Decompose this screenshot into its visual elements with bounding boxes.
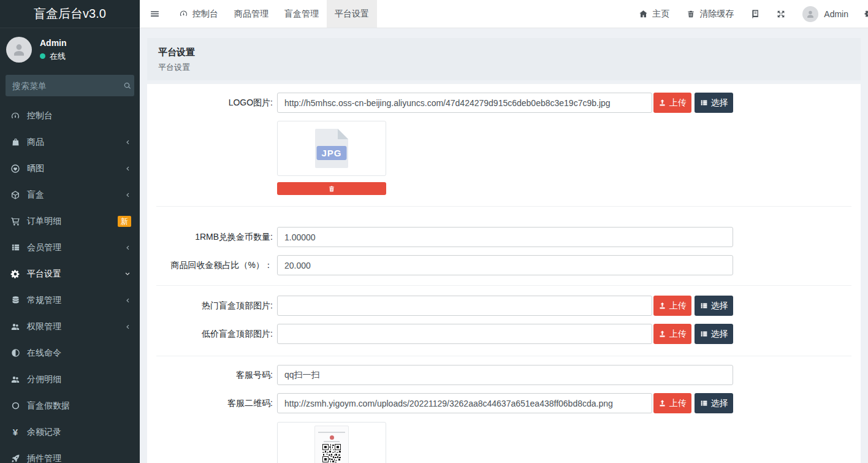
expand-icon [776,9,786,19]
section-divider [156,206,851,218]
hot-box-image-input[interactable] [277,296,652,316]
chevron-down-icon [124,270,131,278]
service-number-input[interactable] [277,365,733,385]
settings-button[interactable] [857,0,868,28]
sidebar-item-commission[interactable]: 分佣明细 [0,366,140,392]
sidebar-item-platform-settings[interactable]: 平台设置 [0,261,140,287]
choose-button[interactable]: 选择 [695,393,733,413]
qq-logo-icon [330,435,334,440]
list-icon [700,330,708,338]
choose-button[interactable]: 选择 [695,93,733,113]
field-label: 低价盲盒顶部图片: [156,329,273,340]
sidebar-item-label: 余额记录 [27,427,61,438]
service-qrcode-input[interactable] [277,393,652,413]
choose-button[interactable]: 选择 [695,296,733,316]
sidebar-item-label: 商品 [27,137,44,148]
home-label: 主页 [652,9,669,20]
menu-toggle-button[interactable] [140,0,171,28]
avatar [6,37,32,63]
page-header: 平台设置 平台设置 [147,38,861,80]
user-status: 在线 [40,51,67,62]
form-row-logo: LOGO图片: 上传 选择 [147,93,861,113]
field-label: 商品回收金额占比（%）： [156,260,273,271]
qrcode-preview [277,422,386,463]
logo-url-input[interactable] [277,93,652,113]
upload-icon [658,302,666,310]
chevron-left-icon [124,139,131,146]
tab-goods-management[interactable]: 商品管理 [226,0,276,28]
upload-button[interactable]: 上传 [653,296,691,316]
rmb-gold-rate-input[interactable] [277,227,733,247]
gauge-icon [179,9,188,18]
upload-icon [658,330,666,338]
chevron-left-icon [124,165,131,172]
fullscreen-button[interactable] [768,0,794,28]
navbar-right: 主页 清除缓存 Admin [630,0,868,28]
upload-button[interactable]: 上传 [653,324,691,344]
qr-code-icon [322,444,341,462]
sidebar-item-goods[interactable]: 商品 [0,129,140,155]
content-area: 平台设置 平台设置 LOGO图片: 上传 选择 [140,28,868,463]
main-area: 控制台 商品管理 盲盒管理 平台设置 主页 清除缓存 [140,0,868,463]
page-subtitle: 平台设置 [158,62,850,73]
tab-label: 平台设置 [335,9,369,20]
tab-platform-settings[interactable]: 平台设置 [327,0,377,28]
docs-button[interactable] [742,0,768,28]
recycle-percent-input[interactable] [277,255,733,275]
form-row-recycle-percent: 商品回收金额占比（%）： [147,255,861,275]
search-icon[interactable] [123,82,132,90]
rocket-icon [10,454,20,463]
choose-label: 选择 [711,329,728,340]
settings-form-card: LOGO图片: 上传 选择 JPG [147,84,861,463]
tab-dashboard[interactable]: 控制台 [171,0,226,28]
sidebar-item-plugins[interactable]: 插件管理 [0,445,140,463]
sidebar-item-photos[interactable]: 晒图 [0,155,140,182]
user-icon [11,42,27,58]
list-icon [700,99,708,107]
field-label: 热门盲盒顶部图片: [156,300,273,312]
sidebar-item-fake-data[interactable]: 盲盒假数据 [0,392,140,419]
tab-blindbox-management[interactable]: 盲盒管理 [276,0,327,28]
sidebar-item-label: 常规管理 [27,295,61,306]
sidebar-item-label: 订单明细 [27,216,61,227]
choose-label: 选择 [711,398,728,409]
nav-tabs: 控制台 商品管理 盲盒管理 平台设置 [171,0,377,28]
tab-label: 盲盒管理 [284,9,319,20]
home-button[interactable]: 主页 [630,0,678,28]
search-input[interactable] [12,81,123,91]
sidebar-item-members[interactable]: 会员管理 [0,234,140,261]
sidebar: 盲盒后台v3.0 Admin 在线 控制台 商品 晒图 [0,0,140,463]
database-icon [10,296,20,305]
form-row-rmb-rate: 1RMB兑换金币数量: [147,227,861,247]
upload-button[interactable]: 上传 [653,93,691,113]
gear-icon [864,9,868,18]
sidebar-item-online-command[interactable]: 在线命令 [0,340,140,366]
delete-logo-button[interactable] [277,182,386,195]
sidebar-search [6,75,134,96]
sidebar-item-label: 盲盒 [27,189,44,201]
sidebar-item-general[interactable]: 常规管理 [0,287,140,313]
form-row-service-number: 客服号码: [147,365,861,385]
upload-label: 上传 [669,98,687,109]
sidebar-item-permissions[interactable]: 权限管理 [0,313,140,340]
chevron-left-icon [124,323,131,331]
form-row-hot-box-image: 热门盲盒顶部图片: 上传 选择 [147,296,861,316]
chevron-left-icon [124,244,131,251]
clear-cache-label: 清除缓存 [699,9,734,20]
gauge-icon [10,111,20,121]
clear-cache-button[interactable]: 清除缓存 [678,0,742,28]
sidebar-item-orders[interactable]: 订单明细 新 [0,208,140,234]
lowprice-box-image-input[interactable] [277,324,652,344]
trash-icon [328,185,335,193]
gear-icon [10,269,20,279]
circle-o-icon [10,401,20,411]
sidebar-item-blindbox[interactable]: 盲盒 [0,182,140,208]
sidebar-item-balance-log[interactable]: ¥ 余额记录 [0,419,140,445]
choose-button[interactable]: 选择 [695,324,733,344]
upload-button[interactable]: 上传 [653,393,691,413]
user-menu[interactable]: Admin [794,0,857,28]
users-icon [10,375,20,385]
sidebar-item-dashboard[interactable]: 控制台 [0,102,140,129]
jpg-file-icon: JPG [315,129,348,168]
user-name: Admin [40,38,67,48]
